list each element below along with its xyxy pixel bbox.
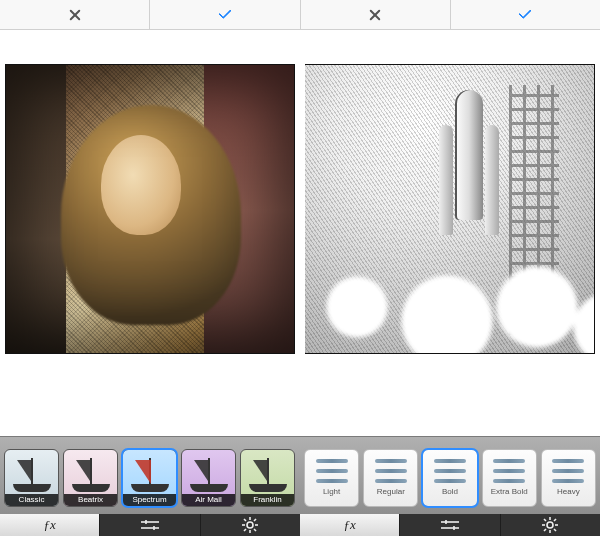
tab-brightness[interactable] [201,514,300,536]
sun-icon [242,517,258,533]
waves-icon [316,459,348,483]
intensity-label: Light [323,487,340,496]
filter-label: Beatrix [64,494,117,506]
filter-franklin[interactable]: Franklin [240,449,295,507]
sliders-icon [440,519,460,531]
preview-stage [0,30,600,436]
fx-icon: ƒx [44,517,56,533]
left-toolbar: Classic Beatrix Spectrum Air Mail Frankl… [0,436,300,536]
right-confirm-button[interactable] [451,0,600,29]
svg-line-9 [244,519,246,521]
tab-adjust[interactable] [400,514,500,536]
tab-fx[interactable]: ƒx [0,514,100,536]
tab-fx[interactable]: ƒx [300,514,400,536]
svg-line-23 [554,529,556,531]
svg-line-24 [554,519,556,521]
filter-beatrix[interactable]: Beatrix [63,449,118,507]
tab-brightness[interactable] [501,514,600,536]
svg-line-22 [544,519,546,521]
intensity-strip[interactable]: Light Regular Bold Extra Bold Heavy [300,436,600,514]
intensity-label: Heavy [557,487,580,496]
filter-label: Spectrum [123,494,176,506]
close-icon [369,9,381,21]
svg-point-17 [547,522,553,528]
right-tab-row: ƒx [300,514,600,536]
check-icon [517,9,533,21]
filter-label: Air Mail [182,494,235,506]
intensity-label: Bold [442,487,458,496]
intensity-bold[interactable]: Bold [422,449,477,507]
left-cancel-button[interactable] [0,0,150,29]
svg-line-12 [244,529,246,531]
intensity-extra-bold[interactable]: Extra Bold [482,449,537,507]
right-toolbar: Light Regular Bold Extra Bold Heavy ƒx [300,436,600,536]
top-action-bar [0,0,600,30]
sliders-icon [140,519,160,531]
waves-icon [375,459,407,483]
waves-icon [552,459,584,483]
filter-spectrum[interactable]: Spectrum [122,449,177,507]
waves-icon [493,459,525,483]
left-pane [0,64,300,436]
filter-label: Classic [5,494,58,506]
close-icon [69,9,81,21]
filter-label: Franklin [241,494,294,506]
bottom-toolbars: Classic Beatrix Spectrum Air Mail Frankl… [0,436,600,536]
fx-icon: ƒx [344,517,356,533]
svg-line-10 [254,529,256,531]
svg-point-4 [247,522,253,528]
intensity-regular[interactable]: Regular [363,449,418,507]
left-image-preview[interactable] [5,64,295,354]
right-pane [300,64,600,436]
check-icon [217,9,233,21]
intensity-label: Regular [377,487,405,496]
waves-icon [434,459,466,483]
intensity-label: Extra Bold [491,487,528,496]
intensity-heavy[interactable]: Heavy [541,449,596,507]
intensity-light[interactable]: Light [304,449,359,507]
svg-line-25 [544,529,546,531]
left-tab-row: ƒx [0,514,300,536]
filter-airmail[interactable]: Air Mail [181,449,236,507]
tab-adjust[interactable] [100,514,200,536]
filter-strip[interactable]: Classic Beatrix Spectrum Air Mail Frankl… [0,436,300,514]
svg-line-11 [254,519,256,521]
left-confirm-button[interactable] [150,0,300,29]
filter-classic[interactable]: Classic [4,449,59,507]
right-image-preview[interactable] [305,64,595,354]
right-cancel-button[interactable] [301,0,451,29]
sun-icon [542,517,558,533]
